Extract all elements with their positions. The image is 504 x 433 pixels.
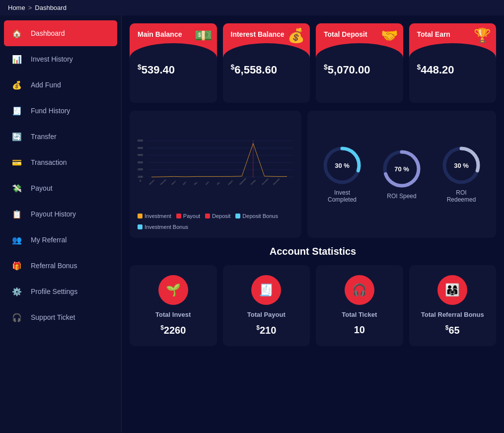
stat-card-value-0: $539.40 [138,63,209,76]
stat-card-top-2: Total Deposit 🤝 [316,23,403,58]
legend-label-1: Payout [183,213,200,219]
stat-card-top-3: Total Earn 🏆 [409,23,497,58]
legend-label-0: Investment [144,213,171,219]
svg-text:3000: 3000 [138,161,143,164]
svg-text:October: October [250,179,257,186]
sidebar-item-payout-history[interactable]: 📋 Payout History [0,201,121,227]
svg-text:September: September [239,177,247,185]
account-stats-title: Account Statistics [130,246,496,257]
sidebar-item-referral-bonus[interactable]: 🎁 Referral Bonus [0,253,121,279]
account-stat-value-2: 10 [354,324,365,336]
svg-text:2000: 2000 [138,168,143,171]
legend-dot-2 [205,214,210,218]
stat-card-bottom-1: $6,558.60 [223,58,310,83]
legend-item-3: Deposit Bonus [235,213,278,219]
stat-card-icon-1: 💰 [288,27,305,44]
legend-label-4: Investment Bonus [144,224,188,230]
circle-ring-2: 30 % [441,145,481,185]
stat-card-bottom-3: $448.20 [409,58,497,83]
sidebar-icon-payout-history: 📋 [10,207,24,221]
account-stat-icon-2: 🎧 [345,275,374,305]
stat-card-icon-3: 🏆 [474,27,491,44]
stat-card-bottom-0: $539.40 [130,58,217,83]
sidebar-icon-profile-settings: ⚙️ [10,285,24,298]
circle-stat-0: 30 % InvestCompleted [322,145,362,203]
sidebar-item-transfer[interactable]: 🔄 Transfer [0,124,121,149]
sidebar-item-invest-history[interactable]: 📊 Invest History [0,46,121,72]
main-content: Main Balance 💵 $539.40 Interest Balance … [122,15,504,433]
circle-ring-value-2: 30 % [454,162,469,169]
account-stat-label-0: Total Invest [155,311,191,318]
account-stat-icon-1: 🧾 [251,275,281,305]
main-layout: 🏠 Dashboard 📊 Invest History 💰 Add Fund … [0,15,504,433]
legend-dot-1 [176,214,181,218]
stat-card-2: Total Deposit 🤝 $5,070.00 [316,23,403,103]
chart-legend: Investment Payout Deposit Deposit Bonus … [138,213,293,230]
legend-item-4: Investment Bonus [138,224,188,230]
stat-card-wave-0 [130,43,217,58]
sidebar-item-profile-settings[interactable]: ⚙️ Profile Settings [0,279,121,304]
sidebar-label-profile-settings: Profile Settings [31,288,77,295]
sidebar-item-dashboard[interactable]: 🏠 Dashboard [4,20,117,46]
svg-text:0: 0 [140,180,141,182]
sidebar-label-dashboard: Dashboard [31,29,65,37]
circle-stat-label-1: ROI Speed [387,193,416,200]
svg-text:May: May [194,182,198,186]
circle-stats-card: 30 % InvestCompleted 70 % ROI Speed 30 % [307,111,496,238]
sidebar-item-payout[interactable]: 💸 Payout [0,175,121,201]
sidebar-label-transaction: Transaction [31,158,67,166]
stat-card-1: Interest Balance 💰 $6,558.60 [223,23,310,103]
stat-card-3: Total Earn 🏆 $448.20 [409,23,497,103]
sidebar-icon-referral-bonus: 🎁 [10,259,24,273]
account-stat-card-1: 🧾 Total Payout $210 [223,265,310,346]
svg-text:August: August [227,180,233,186]
svg-text:February: February [160,179,167,186]
stat-card-value-3: $448.20 [417,63,489,76]
account-statistics-section: Account Statistics 🌱 Total Invest $2260 … [130,246,496,346]
svg-text:4000: 4000 [138,154,143,156]
sidebar-icon-invest-history: 📊 [10,52,24,66]
account-stat-label-3: Total Referral Bonus [421,311,484,318]
sidebar-icon-dashboard: 🏠 [10,26,24,40]
stat-card-icon-0: 💵 [195,27,212,44]
svg-text:5000: 5000 [138,147,143,149]
chart-svg: 6000 5000 4000 3000 2000 1000 0 January … [138,119,293,203]
stat-card-wave-3 [409,43,497,58]
legend-dot-0 [138,214,143,218]
svg-text:January: January [148,179,154,185]
legend-label-2: Deposit [212,213,230,219]
sidebar-label-invest-history: Invest History [31,55,73,63]
svg-text:July: July [216,182,220,186]
sidebar-icon-fund-history: 🧾 [10,104,24,118]
sidebar-item-add-fund[interactable]: 💰 Add Fund [0,72,121,98]
sidebar-item-my-referral[interactable]: 👥 My Referral [0,227,121,253]
svg-text:April: April [182,181,186,185]
circle-stat-1: 70 % ROI Speed [382,149,422,200]
svg-text:March: March [171,180,176,185]
stat-card-top-0: Main Balance 💵 [130,23,217,58]
sidebar-label-referral-bonus: Referral Bonus [31,262,77,270]
svg-text:6000: 6000 [138,140,143,142]
chart-card: 6000 5000 4000 3000 2000 1000 0 January … [130,111,301,238]
stat-card-wave-1 [223,43,310,58]
legend-item-0: Investment [138,213,171,219]
sidebar-label-my-referral: My Referral [31,236,67,244]
stat-cards-row: Main Balance 💵 $539.40 Interest Balance … [130,23,496,103]
sidebar-item-fund-history[interactable]: 🧾 Fund History [0,98,121,124]
breadcrumb-home[interactable]: Home [8,4,25,11]
breadcrumb-sep: > [28,4,32,11]
sidebar-item-support-ticket[interactable]: 🎧 Support Ticket [0,304,121,330]
svg-text:1000: 1000 [138,176,143,178]
stat-card-value-1: $6,558.60 [231,63,302,76]
stat-card-bottom-2: $5,070.00 [316,58,403,83]
sidebar-item-transaction[interactable]: 💳 Transaction [0,149,121,175]
chart-area: 6000 5000 4000 3000 2000 1000 0 January … [138,119,293,208]
legend-item-2: Deposit [205,213,230,219]
account-stat-cards: 🌱 Total Invest $2260 🧾 Total Payout $210… [130,265,496,346]
sidebar-label-transfer: Transfer [31,133,57,141]
sidebar-icon-my-referral: 👥 [10,233,24,247]
account-stat-card-2: 🎧 Total Ticket 10 [316,265,403,346]
legend-label-3: Deposit Bonus [242,213,278,219]
circle-stat-label-0: InvestCompleted [328,189,357,203]
sidebar-icon-payout: 💸 [10,181,24,195]
